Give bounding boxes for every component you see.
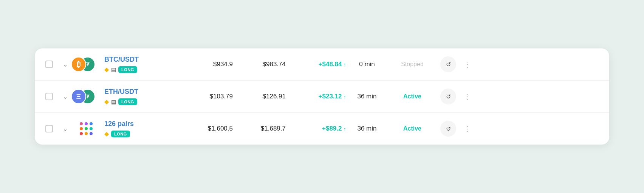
refresh-button-btc[interactable]: ↺ [440, 56, 456, 72]
checkbox[interactable] [45, 61, 53, 68]
pair-info-pairs: 126 pairs ◆ LONG [104, 120, 180, 137]
profit-eth: +$23.12 ↑ [286, 93, 346, 100]
pair-dot [80, 122, 83, 125]
status-eth: Active [388, 93, 437, 100]
row-checkbox-btc[interactable] [45, 61, 59, 68]
status-btc: Stopped [388, 61, 437, 68]
pair-info-eth: ETH/USDT ◆ ▤ LONG [104, 88, 180, 105]
trading-pairs-card: ⌄ ₿ ₮ BTC/USDT ◆ ▤ LONG $934.9 $983.74 +… [35, 48, 609, 145]
status-label-pairs: Active [403, 125, 421, 132]
pair-name-pairs: 126 pairs [104, 120, 180, 128]
expand-chevron-eth[interactable]: ⌄ [59, 93, 71, 100]
long-badge-pairs: LONG [111, 131, 130, 137]
refresh-col-btc: ↺ [437, 56, 460, 72]
pair-dot [85, 122, 88, 125]
long-badge: LONG [118, 66, 137, 73]
invested-eth: $103.79 [180, 93, 233, 100]
profit-amount-pairs: +$89.2 [322, 125, 342, 132]
expand-chevron-btc[interactable]: ⌄ [59, 61, 71, 68]
pair-name-eth: ETH/USDT [104, 88, 180, 96]
status-label-btc: Stopped [401, 61, 424, 67]
pair-dot [90, 132, 93, 135]
more-button-pairs[interactable]: ⋮ [460, 123, 474, 135]
time-btc: 0 min [346, 61, 388, 68]
profit-amount-eth: +$23.12 [319, 93, 342, 100]
eth-coin-icon: Ξ [71, 89, 86, 104]
invested-btc: $934.9 [180, 61, 233, 68]
value-eth: $126.91 [233, 93, 286, 100]
status-label-eth: Active [403, 93, 421, 100]
time-pairs: 36 min [346, 125, 388, 132]
checkbox[interactable] [45, 93, 53, 100]
pair-badges-eth: ◆ ▤ LONG [104, 98, 180, 105]
value-btc: $983.74 [233, 61, 286, 68]
pair-info-btc: BTC/USDT ◆ ▤ LONG [104, 56, 180, 73]
pair-badges-btc: ◆ ▤ LONG [104, 66, 180, 73]
status-pairs: Active [388, 125, 437, 132]
refresh-col-eth: ↺ [437, 89, 460, 104]
profit-up-icon-eth: ↑ [344, 93, 347, 100]
pair-badges-pairs: ◆ LONG [104, 130, 180, 137]
refresh-col-pairs: ↺ [437, 121, 460, 137]
value-pairs: $1,689.7 [233, 125, 286, 132]
chart-icon-eth: ▤ [111, 99, 116, 105]
btc-coin-icon: ₿ [71, 57, 86, 72]
coin-icons-btc: ₿ ₮ [71, 55, 101, 73]
pair-dot [90, 122, 93, 125]
pair-dot [80, 132, 83, 135]
pair-dot [90, 127, 93, 130]
refresh-button-pairs[interactable]: ↺ [440, 121, 456, 137]
profit-up-icon-btc: ↑ [344, 61, 347, 68]
row-checkbox-eth[interactable] [45, 93, 59, 100]
binance-icon-eth: ◆ [104, 98, 109, 105]
table-row: ⌄ 126 pairs ◆ LONG $1,600.5 $1,689.7 +$8… [35, 113, 609, 145]
more-col-btc: ⋮ [460, 58, 475, 70]
checkbox[interactable] [45, 125, 53, 132]
coin-icons-pairs [71, 120, 101, 138]
invested-pairs: $1,600.5 [180, 125, 233, 132]
binance-icon: ◆ [104, 66, 109, 73]
pair-dot [80, 127, 83, 130]
more-col-pairs: ⋮ [460, 123, 475, 135]
time-eth: 36 min [346, 93, 388, 100]
pair-dot [85, 132, 88, 135]
pairs-dots-grid [79, 121, 94, 136]
table-row: ⌄ Ξ ₮ ETH/USDT ◆ ▤ LONG $103.79 $126.91 … [35, 81, 609, 113]
binance-icon-pairs: ◆ [104, 130, 109, 137]
more-col-eth: ⋮ [460, 90, 475, 103]
more-button-eth[interactable]: ⋮ [460, 90, 474, 103]
more-button-btc[interactable]: ⋮ [460, 58, 474, 70]
profit-btc: +$48.84 ↑ [286, 61, 346, 68]
row-checkbox-pairs[interactable] [45, 125, 59, 132]
refresh-button-eth[interactable]: ↺ [440, 89, 456, 104]
profit-amount-btc: +$48.84 [319, 61, 342, 68]
profit-up-icon-pairs: ↑ [344, 126, 347, 132]
pair-dot [85, 127, 88, 130]
expand-chevron-pairs[interactable]: ⌄ [59, 125, 71, 132]
coin-icons-eth: Ξ ₮ [71, 87, 101, 106]
chart-icon: ▤ [111, 67, 116, 73]
long-badge-eth: LONG [118, 98, 137, 105]
pair-name-btc: BTC/USDT [104, 56, 180, 64]
table-row: ⌄ ₿ ₮ BTC/USDT ◆ ▤ LONG $934.9 $983.74 +… [35, 48, 609, 81]
profit-pairs: +$89.2 ↑ [286, 125, 346, 132]
